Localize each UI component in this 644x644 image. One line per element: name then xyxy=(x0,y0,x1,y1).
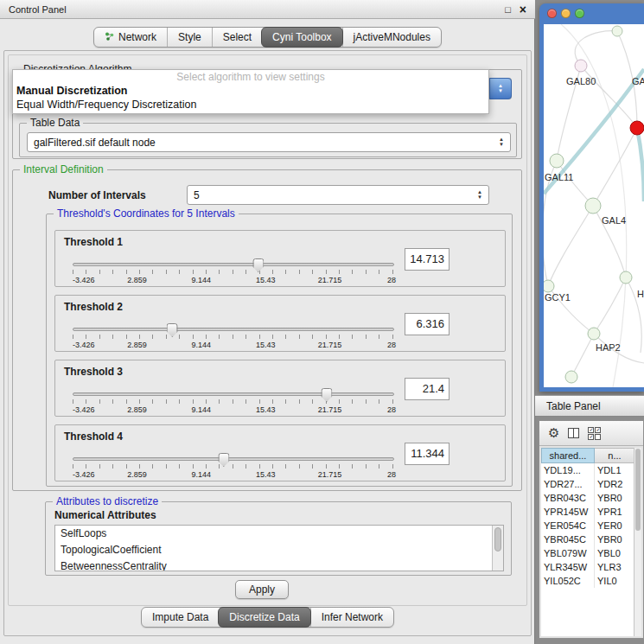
table-panel-titlebar[interactable]: Table Panel xyxy=(535,395,644,417)
scale-tick-label: -3.426 xyxy=(73,470,95,479)
zoom-window-icon[interactable] xyxy=(575,9,584,18)
slider-track[interactable] xyxy=(73,457,394,461)
network-node[interactable] xyxy=(565,371,577,383)
threshold-4-value-field[interactable]: 11.344 xyxy=(405,443,450,465)
tab-infer-network[interactable]: Infer Network xyxy=(310,608,393,627)
threshold-1-value-field[interactable]: 14.713 xyxy=(405,248,450,271)
network-view-window[interactable]: GAL80 GA GAL11 GAL4 GCY1 H HAP2 xyxy=(539,3,644,392)
network-node-gal4[interactable] xyxy=(585,198,601,214)
menu-item-equal-width-frequency[interactable]: Equal Width/Frequency Discretization xyxy=(13,98,488,112)
select-columns-icon[interactable]: ✓✓✓ xyxy=(588,427,601,440)
list-item-topologicalcoefficient[interactable]: TopologicalCoefficient xyxy=(55,542,503,558)
apply-button[interactable]: Apply xyxy=(235,580,289,599)
table-row[interactable]: YIL052CYIL0 xyxy=(541,574,635,588)
columns-icon[interactable] xyxy=(568,428,579,438)
control-panel-titlebar[interactable]: Control Panel □ × xyxy=(0,0,535,19)
cell-shared-name[interactable]: YIL052C xyxy=(541,574,595,588)
threshold-2-slider[interactable]: -3.426 2.859 9.144 15.43 21.715 28 xyxy=(73,320,394,351)
network-node-gal11[interactable] xyxy=(550,154,564,168)
cell-name[interactable]: YPR1 xyxy=(595,505,635,519)
tab-style[interactable]: Style xyxy=(167,28,212,47)
scale-tick-label: 15.43 xyxy=(256,276,276,284)
tab-cyni-toolbox[interactable]: Cyni Toolbox xyxy=(261,27,342,48)
scrollbar-thumb[interactable] xyxy=(635,449,641,531)
tab-jactivemnodules[interactable]: jActiveMNodules xyxy=(342,28,441,47)
scale-tick-label: 2.859 xyxy=(127,470,147,479)
cell-name[interactable]: YBL0 xyxy=(595,546,635,560)
float-window-icon[interactable]: □ xyxy=(505,4,511,15)
table-row[interactable]: YDR27...YDR2 xyxy=(541,477,635,491)
tab-impute-data[interactable]: Impute Data xyxy=(142,608,219,627)
tab-network[interactable]: Network xyxy=(94,28,167,47)
threshold-label: Threshold 3 xyxy=(64,366,123,378)
scale-tick-label: -3.426 xyxy=(73,341,95,349)
network-node-hap2[interactable] xyxy=(588,328,600,340)
network-node-gcy1[interactable] xyxy=(544,280,554,292)
num-intervals-combo[interactable]: 5 ▲▼ xyxy=(187,185,489,205)
menu-item-manual-discretization[interactable]: Manual Discretization xyxy=(13,84,488,98)
cell-shared-name[interactable]: YBR043C xyxy=(541,491,595,505)
threshold-3-value-field[interactable]: 21.4 xyxy=(405,378,450,400)
cell-name[interactable]: YLR3 xyxy=(595,560,635,574)
cell-shared-name[interactable]: YDL19... xyxy=(541,463,595,477)
table-row[interactable]: YBL079WYBL0 xyxy=(541,546,635,560)
threshold-2-value-field[interactable]: 6.316 xyxy=(405,313,450,335)
cell-name[interactable]: YBR0 xyxy=(595,491,635,505)
cell-name[interactable]: YIL0 xyxy=(595,574,635,588)
table-panel-title: Table Panel xyxy=(546,400,601,412)
cell-shared-name[interactable]: YPR145W xyxy=(541,505,595,519)
bottom-tabstrip: Impute Data Discretize Data Infer Networ… xyxy=(141,607,394,628)
table-row[interactable]: YBR045CYBR0 xyxy=(541,532,635,546)
scale-tick-label: -3.426 xyxy=(73,276,95,284)
threshold-4-panel: Threshold 4 -3.426 2.859 9.144 15.43 21.… xyxy=(54,424,506,481)
numerical-attributes-label: Numerical Attributes xyxy=(54,509,156,521)
cell-name[interactable]: YBR0 xyxy=(595,532,635,546)
table-row[interactable]: YER054CYER0 xyxy=(541,519,635,532)
table-row[interactable]: YLR345WYLR3 xyxy=(541,560,635,574)
list-item-selfloops[interactable]: SelfLoops xyxy=(55,526,503,542)
threshold-1-slider[interactable]: -3.426 2.859 9.144 15.43 21.715 28 xyxy=(73,255,394,286)
combo-value: galFiltered.sif default node xyxy=(28,137,495,149)
cell-shared-name[interactable]: YBL079W xyxy=(541,546,595,560)
node-label: H xyxy=(637,289,644,299)
node-label: HAP2 xyxy=(596,342,621,353)
table-row[interactable]: YDL19...YDL1 xyxy=(541,463,635,477)
table-scrollbar[interactable] xyxy=(634,448,641,636)
cell-name[interactable]: YDR2 xyxy=(595,477,635,491)
network-icon xyxy=(105,31,114,43)
minimize-window-icon[interactable] xyxy=(561,9,571,18)
cell-name[interactable]: YER0 xyxy=(595,519,635,532)
list-item-betweennesscentrality[interactable]: BetweennessCentrality xyxy=(55,558,503,571)
scale-tick-label: 9.144 xyxy=(192,276,212,284)
slider-track[interactable] xyxy=(73,328,394,331)
network-canvas[interactable]: GAL80 GA GAL11 GAL4 GCY1 H HAP2 xyxy=(544,24,644,387)
gear-icon[interactable]: ⚙ xyxy=(548,425,559,441)
cell-shared-name[interactable]: YER054C xyxy=(541,519,595,532)
table-row[interactable]: YBR043CYBR0 xyxy=(541,491,635,505)
cell-shared-name[interactable]: YLR345W xyxy=(541,560,595,574)
cell-name[interactable]: YDL1 xyxy=(595,463,635,477)
threshold-4-slider[interactable]: -3.426 2.859 9.144 15.43 21.715 28 xyxy=(73,450,394,481)
slider-track[interactable] xyxy=(73,263,394,266)
network-node[interactable] xyxy=(612,26,622,36)
window-controls xyxy=(547,9,584,18)
cell-shared-name[interactable]: YDR27... xyxy=(541,477,595,491)
tab-select[interactable]: Select xyxy=(212,28,262,47)
attributes-list[interactable]: SelfLoops TopologicalCoefficient Between… xyxy=(54,525,504,571)
close-window-icon[interactable] xyxy=(547,9,557,18)
table-header-row: shared... n... xyxy=(541,448,635,463)
scrollbar-thumb[interactable] xyxy=(494,527,501,552)
network-node-gal80[interactable] xyxy=(575,60,587,72)
tab-discretize-data[interactable]: Discretize Data xyxy=(218,607,310,628)
column-header-name[interactable]: n... xyxy=(595,448,635,463)
table-row[interactable]: YPR145WYPR1 xyxy=(541,505,635,519)
column-header-shared-name[interactable]: shared... xyxy=(541,448,595,463)
slider-track[interactable] xyxy=(73,392,394,396)
network-node[interactable] xyxy=(620,271,632,284)
table-data-combo[interactable]: galFiltered.sif default node ▲▼ xyxy=(27,132,511,152)
list-scrollbar[interactable] xyxy=(492,526,503,571)
threshold-3-slider[interactable]: -3.426 2.859 9.144 15.43 21.715 28 xyxy=(73,385,394,416)
close-icon[interactable]: × xyxy=(520,4,526,15)
selected-network-node[interactable] xyxy=(630,121,644,135)
cell-shared-name[interactable]: YBR045C xyxy=(541,532,595,546)
